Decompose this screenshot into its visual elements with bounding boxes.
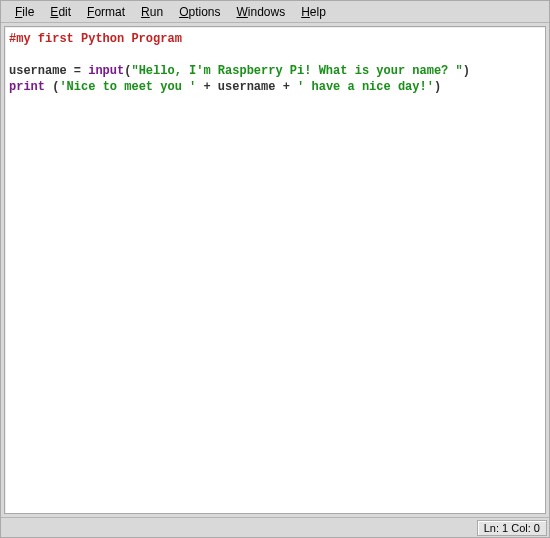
cursor-position: Ln: 1 Col: 0 [477,520,547,536]
menubar: File Edit Format Run Options Windows Hel… [1,1,549,23]
code-operator: = [74,64,88,78]
code-string: 'Nice to meet you ' [59,80,196,94]
code-builtin: input [88,64,124,78]
menu-windows[interactable]: Windows [229,3,294,21]
code-builtin: print [9,80,52,94]
code-paren: ) [434,80,441,94]
statusbar: Ln: 1 Col: 0 [1,517,549,537]
menu-options[interactable]: Options [171,3,228,21]
menu-run[interactable]: Run [133,3,171,21]
menu-file[interactable]: File [7,3,42,21]
code-identifier: username [218,80,276,94]
code-identifier: username [9,64,74,78]
code-operator: + [275,80,297,94]
code-paren: ) [463,64,470,78]
code-editor[interactable]: #my first Python Program username = inpu… [4,26,546,514]
editor-container: #my first Python Program username = inpu… [1,23,549,517]
code-string: ' have a nice day!' [297,80,434,94]
editor-window: File Edit Format Run Options Windows Hel… [0,0,550,538]
menu-edit[interactable]: Edit [42,3,79,21]
code-operator: + [196,80,218,94]
code-string: "Hello, I'm Raspberry Pi! What is your n… [131,64,462,78]
menu-format[interactable]: Format [79,3,133,21]
menu-help[interactable]: Help [293,3,334,21]
code-comment: #my first Python Program [9,32,182,46]
